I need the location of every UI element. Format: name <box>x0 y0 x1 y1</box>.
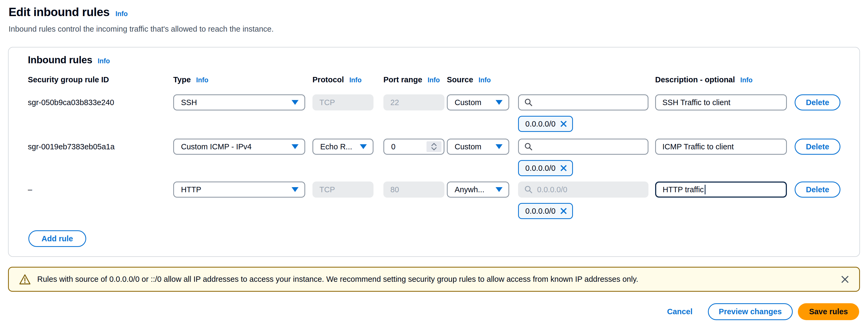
col-header-source: Source <box>447 75 473 84</box>
chevron-down-icon <box>496 100 502 105</box>
protocol-field: TCP <box>312 182 373 198</box>
col-header-port-range: Port range <box>383 75 422 84</box>
rule-id: sgr-0019eb7383eb05a1a <box>28 139 173 151</box>
delete-rule-button[interactable]: Delete <box>795 139 840 155</box>
page-header: Edit inbound rules Info Inbound rules co… <box>8 5 274 33</box>
chevron-down-icon <box>291 144 299 149</box>
description-info-link[interactable]: Info <box>740 76 753 84</box>
delete-rule-button[interactable]: Delete <box>795 94 840 110</box>
rule-row-icmp: sgr-0019eb7383eb05a1a Custom ICMP - IPv4… <box>8 139 860 176</box>
inbound-rules-panel: Inbound rules Info Security group rule I… <box>8 47 860 257</box>
chevron-down-icon <box>496 144 502 149</box>
port-range-stepper[interactable]: 0 <box>383 139 444 155</box>
warning-banner: Rules with source of 0.0.0.0/0 or ::/0 a… <box>8 267 860 292</box>
chevron-down-icon <box>431 147 437 150</box>
remove-chip-icon[interactable] <box>560 164 567 172</box>
source-mode-select[interactable]: Custom <box>447 94 509 110</box>
protocol-select[interactable]: Echo R... <box>312 139 373 155</box>
description-input-focused[interactable]: HTTP traffic <box>655 182 787 198</box>
save-rules-button[interactable]: Save rules <box>798 303 859 320</box>
chevron-down-icon <box>291 100 299 105</box>
footer-actions: Cancel Preview changes Save rules <box>667 303 859 320</box>
type-select[interactable]: SSH <box>173 94 305 110</box>
preview-changes-button[interactable]: Preview changes <box>708 303 793 320</box>
cancel-button[interactable]: Cancel <box>667 307 692 316</box>
source-cidr-chip[interactable]: 0.0.0.0/0 <box>518 160 573 176</box>
description-input[interactable]: SSH Traffic to client <box>655 94 787 110</box>
port-range-field: 80 <box>383 182 444 198</box>
port-range-info-link[interactable]: Info <box>428 76 440 84</box>
search-icon <box>524 142 533 151</box>
col-header-description: Description - optional <box>655 75 735 84</box>
port-range-field: 22 <box>383 94 444 110</box>
source-search-input-disabled: 0.0.0.0/0 <box>518 182 648 198</box>
protocol-info-link[interactable]: Info <box>349 76 362 84</box>
type-select[interactable]: HTTP <box>173 182 305 198</box>
chevron-down-icon <box>496 187 502 192</box>
type-select[interactable]: Custom ICMP - IPv4 <box>173 139 305 155</box>
panel-title-info-link[interactable]: Info <box>98 57 110 65</box>
rule-id: – <box>28 182 173 194</box>
description-input[interactable]: ICMP Traffic to client <box>655 139 787 155</box>
rule-row-http: – HTTP TCP 80 Anywh... <box>8 182 860 219</box>
delete-rule-button[interactable]: Delete <box>795 182 840 198</box>
chevron-down-icon <box>291 187 299 192</box>
rule-row-ssh: sgr-050b9ca03b833e240 SSH TCP 22 Custom <box>8 94 860 132</box>
text-cursor <box>705 185 706 194</box>
source-search-input[interactable] <box>518 94 648 110</box>
rule-id: sgr-050b9ca03b833e240 <box>28 94 173 107</box>
protocol-field: TCP <box>312 94 373 110</box>
col-header-type: Type <box>173 75 191 84</box>
source-info-link[interactable]: Info <box>478 76 491 84</box>
page-title-info-link[interactable]: Info <box>115 10 128 18</box>
remove-chip-icon[interactable] <box>560 120 567 128</box>
chevron-down-icon <box>360 144 367 149</box>
source-mode-select[interactable]: Anywh... <box>447 182 509 198</box>
warning-text: Rules with source of 0.0.0.0/0 or ::/0 a… <box>37 275 834 284</box>
search-icon <box>524 185 533 194</box>
chevron-up-icon <box>431 143 437 146</box>
source-cidr-chip[interactable]: 0.0.0.0/0 <box>518 116 573 132</box>
col-header-protocol: Protocol <box>312 75 344 84</box>
remove-chip-icon[interactable] <box>560 207 567 215</box>
page-subtitle: Inbound rules control the incoming traff… <box>8 25 274 33</box>
type-info-link[interactable]: Info <box>196 76 209 84</box>
close-icon[interactable] <box>840 275 849 284</box>
source-mode-select[interactable]: Custom <box>447 139 509 155</box>
source-search-input[interactable] <box>518 139 648 155</box>
add-rule-button[interactable]: Add rule <box>28 230 86 247</box>
col-header-rule-id: Security group rule ID <box>28 75 109 84</box>
stepper-arrows[interactable] <box>427 141 441 152</box>
search-icon <box>524 98 533 107</box>
source-cidr-chip[interactable]: 0.0.0.0/0 <box>518 203 573 219</box>
page-title: Edit inbound rules <box>8 5 110 19</box>
panel-title: Inbound rules <box>28 54 92 66</box>
warning-icon <box>19 274 31 285</box>
column-headers: Security group rule ID Type Info Protoco… <box>8 75 860 84</box>
source-search-placeholder: 0.0.0.0/0 <box>537 185 567 194</box>
